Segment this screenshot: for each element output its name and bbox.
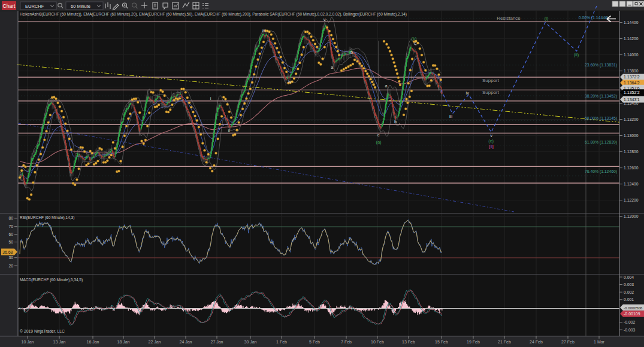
svg-text:1.12800: 1.12800 — [624, 150, 639, 154]
svg-text:38.20% (1.13452): 38.20% (1.13452) — [585, 94, 617, 99]
svg-text:iv: iv — [288, 79, 292, 84]
svg-text:1 Feb: 1 Feb — [276, 340, 287, 344]
svg-text:76.40% (1.12460): 76.40% (1.12460) — [585, 169, 617, 174]
svg-text:30: 30 — [8, 255, 13, 260]
svg-text:7 Feb: 7 Feb — [341, 340, 352, 344]
svg-text:1.12200: 1.12200 — [624, 198, 639, 202]
svg-text:iii: iii — [262, 28, 265, 34]
svg-text:0.002: 0.002 — [624, 290, 634, 294]
svg-text:Support: Support — [482, 90, 500, 95]
svg-text:21 Feb: 21 Feb — [498, 340, 511, 344]
svg-text:50: 50 — [8, 240, 13, 244]
svg-text:27 Feb: 27 Feb — [561, 340, 575, 344]
svg-text:b: b — [350, 50, 353, 55]
svg-text:1.1372'2: 1.1372'2 — [624, 75, 640, 79]
svg-text:v: v — [490, 133, 492, 138]
svg-text:24 Feb: 24 Feb — [530, 340, 543, 344]
svg-text:30 Jan: 30 Jan — [244, 340, 256, 344]
svg-text:iii: iii — [449, 114, 452, 119]
svg-text:(b): (b) — [411, 36, 417, 41]
svg-text:1 Mar: 1 Mar — [594, 340, 605, 344]
svg-text:1.1343'1: 1.1343'1 — [624, 98, 640, 102]
svg-text:1.13000: 1.13000 — [624, 133, 639, 138]
svg-text:Support: Support — [482, 78, 500, 83]
svg-text:50.00% (1.13145): 50.00% (1.13145) — [585, 116, 617, 121]
svg-text:HeikenAshi8(EURCHF (60 Minute): HeikenAshi8(EURCHF (60 Minute)), EMA(EUR… — [20, 12, 407, 17]
svg-text:13 Jan: 13 Jan — [53, 340, 65, 344]
svg-text:0.00% (1.14446): 0.00% (1.14446) — [579, 16, 609, 20]
svg-text:15 Feb: 15 Feb — [435, 340, 448, 344]
svg-text:20: 20 — [8, 264, 13, 268]
svg-text:EURCHF: EURCHF — [25, 4, 44, 9]
svg-text:1.1352'2: 1.1352'2 — [624, 90, 640, 95]
svg-text:70: 70 — [8, 224, 13, 229]
svg-text:80: 80 — [8, 216, 13, 220]
svg-text:1.13200: 1.13200 — [624, 117, 639, 121]
svg-text:1.14400: 1.14400 — [624, 20, 639, 25]
svg-text:c: c — [377, 132, 380, 138]
svg-text:22 Jan: 22 Jan — [148, 340, 161, 344]
svg-text:(ii): (ii) — [574, 52, 579, 57]
svg-text:5 Feb: 5 Feb — [309, 340, 320, 344]
svg-text:-0.0000506: -0.0000506 — [624, 306, 643, 310]
svg-text:v: v — [323, 17, 326, 22]
svg-text:-0.003: -0.003 — [624, 328, 635, 332]
svg-text:1.14000: 1.14000 — [624, 53, 639, 57]
svg-text:c: c — [414, 41, 416, 46]
svg-text:(a): (a) — [376, 139, 382, 145]
svg-text:Chart: Chart — [3, 3, 16, 9]
svg-text:0.003: 0.003 — [624, 282, 634, 287]
svg-text:10 Jan: 10 Jan — [21, 340, 34, 344]
svg-text:ii: ii — [228, 128, 231, 133]
svg-text:18 Jan: 18 Jan — [117, 340, 129, 344]
svg-text:-0.002: -0.002 — [624, 320, 635, 324]
svg-text:1.12600: 1.12600 — [624, 166, 639, 170]
svg-text:1.14200: 1.14200 — [624, 36, 639, 41]
svg-text:60 Minute: 60 Minute — [71, 4, 90, 9]
svg-text:(i): (i) — [545, 16, 549, 21]
svg-text:1.13800: 1.13800 — [624, 69, 639, 73]
svg-text:0.001: 0.001 — [624, 297, 634, 302]
svg-text:13 Feb: 13 Feb — [402, 340, 415, 344]
svg-text:27 Jan: 27 Jan — [210, 340, 223, 344]
svg-text:23.60% (1.13831): 23.60% (1.13831) — [585, 63, 617, 68]
svg-text:RSI(EURCHF (60 Minute),14,3): RSI(EURCHF (60 Minute),14,3) — [20, 215, 74, 220]
svg-text:60: 60 — [8, 232, 13, 236]
svg-text:0.004: 0.004 — [624, 275, 634, 279]
svg-text:-0.00109: -0.00109 — [624, 312, 640, 316]
svg-text:© 2019 NinjaTrader, LLC: © 2019 NinjaTrader, LLC — [20, 329, 65, 334]
svg-text:1.12400: 1.12400 — [624, 182, 639, 186]
svg-text:61.80% (1.12839): 61.80% (1.12839) — [585, 140, 617, 145]
svg-text:36.68: 36.68 — [2, 250, 13, 254]
svg-text:MACD(EURCHF (60 Minute),5,34,5: MACD(EURCHF (60 Minute),5,34,5) — [20, 278, 83, 282]
svg-text:b: b — [394, 119, 397, 124]
svg-text:iv: iv — [465, 90, 469, 96]
svg-text:16 Jan: 16 Jan — [86, 340, 99, 344]
svg-text:1.12000: 1.12000 — [624, 214, 639, 218]
svg-text:[ii]: [ii] — [489, 144, 494, 149]
svg-text:19 Feb: 19 Feb — [467, 340, 480, 344]
svg-text:Resistance: Resistance — [497, 16, 521, 21]
svg-text:24 Jan: 24 Jan — [179, 340, 192, 344]
svg-text:1.1364'2: 1.1364'2 — [624, 81, 640, 85]
svg-text:10 Feb: 10 Feb — [371, 340, 384, 344]
